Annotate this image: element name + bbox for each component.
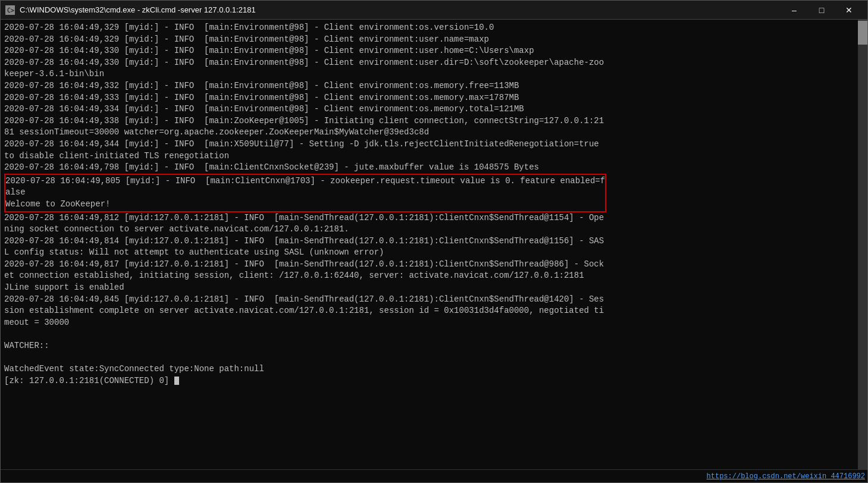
minimize-button[interactable]: – xyxy=(781,1,808,20)
status-link: https://blog.csdn.net/weixin_44716992 xyxy=(707,472,865,481)
window-controls: – □ ✕ xyxy=(781,1,863,20)
scrollbar[interactable] xyxy=(858,20,867,469)
svg-text:C>: C> xyxy=(7,7,14,14)
maximize-button[interactable]: □ xyxy=(808,1,835,20)
window-title: C:\WINDOWS\system32\cmd.exe - zkCli.cmd … xyxy=(20,5,781,14)
terminal-content: 2020-07-28 16:04:49,329 [myid:] - INFO [… xyxy=(4,22,864,387)
cmd-window: C> C:\WINDOWS\system32\cmd.exe - zkCli.c… xyxy=(0,0,868,483)
cmd-icon: C> xyxy=(5,5,15,15)
scrollbar-thumb[interactable] xyxy=(858,21,867,45)
status-bar: https://blog.csdn.net/weixin_44716992 xyxy=(1,469,867,482)
terminal-body[interactable]: 2020-07-28 16:04:49,329 [myid:] - INFO [… xyxy=(1,20,867,469)
close-button[interactable]: ✕ xyxy=(835,1,863,20)
title-bar: C> C:\WINDOWS\system32\cmd.exe - zkCli.c… xyxy=(1,1,867,20)
